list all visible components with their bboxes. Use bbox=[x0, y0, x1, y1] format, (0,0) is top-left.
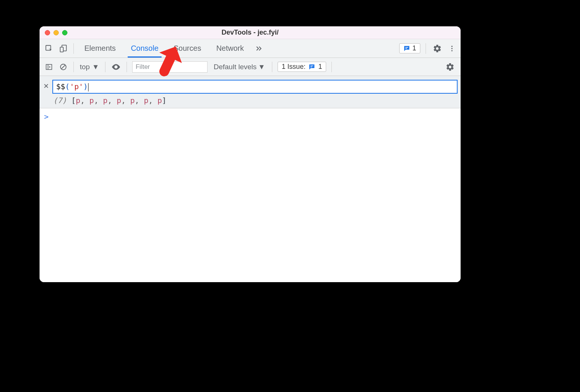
divider bbox=[426, 43, 426, 54]
console-output[interactable]: > bbox=[40, 108, 461, 283]
result-element[interactable]: p bbox=[117, 96, 121, 105]
svg-rect-2 bbox=[60, 47, 63, 52]
svg-rect-8 bbox=[46, 64, 52, 69]
divider bbox=[127, 62, 127, 72]
comma: , bbox=[80, 96, 89, 105]
svg-point-6 bbox=[451, 48, 452, 49]
chevron-down-icon: ▼ bbox=[258, 63, 265, 71]
comma: , bbox=[94, 96, 103, 105]
more-options-button[interactable] bbox=[446, 45, 458, 52]
filter-input[interactable] bbox=[132, 61, 208, 73]
panel-tabs: Elements Console Sources Network bbox=[77, 39, 267, 58]
issues-label: 1 Issue: bbox=[282, 63, 305, 71]
comma: , bbox=[135, 96, 144, 105]
svg-rect-14 bbox=[310, 67, 312, 67]
feedback-icon bbox=[403, 45, 410, 52]
inspect-element-icon[interactable] bbox=[42, 41, 56, 56]
comma: , bbox=[148, 96, 157, 105]
result-element[interactable]: p bbox=[157, 96, 162, 105]
live-expression-row: ✕ $$('p') (7) [p, p, p, p, p, p, p] bbox=[40, 76, 461, 108]
feedback-count: 1 bbox=[412, 44, 416, 52]
text-cursor bbox=[88, 83, 89, 91]
expr-open-paren: ( bbox=[65, 82, 70, 91]
comma: , bbox=[121, 96, 130, 105]
divider bbox=[272, 62, 272, 72]
window-title: DevTools - jec.fyi/ bbox=[40, 29, 461, 36]
feedback-button[interactable]: 1 bbox=[399, 43, 420, 53]
toggle-sidebar-icon[interactable] bbox=[42, 60, 56, 74]
minimize-window-button[interactable] bbox=[53, 30, 59, 35]
result-element[interactable]: p bbox=[89, 96, 94, 105]
result-close-bracket: ] bbox=[162, 96, 166, 105]
svg-line-11 bbox=[61, 65, 65, 69]
tab-console[interactable]: Console bbox=[123, 39, 166, 58]
tab-sources[interactable]: Sources bbox=[166, 39, 209, 58]
chevron-down-icon: ▼ bbox=[92, 63, 99, 71]
console-prompt-caret: > bbox=[44, 112, 49, 121]
tab-network[interactable]: Network bbox=[209, 39, 251, 58]
result-element[interactable]: p bbox=[103, 96, 108, 105]
levels-label: Default levels bbox=[214, 63, 256, 71]
result-element[interactable]: p bbox=[144, 96, 148, 105]
context-selector[interactable]: top ▼ bbox=[77, 63, 102, 71]
svg-point-7 bbox=[451, 50, 452, 51]
svg-point-5 bbox=[451, 46, 452, 47]
live-expression-button[interactable] bbox=[108, 62, 124, 72]
devtools-window: DevTools - jec.fyi/ Elements Console Sou… bbox=[40, 26, 461, 282]
svg-point-12 bbox=[115, 66, 117, 67]
console-settings-button[interactable] bbox=[442, 62, 458, 71]
feedback-icon bbox=[308, 64, 315, 70]
context-label: top bbox=[80, 63, 90, 71]
svg-rect-4 bbox=[405, 48, 407, 49]
zoom-window-button[interactable] bbox=[62, 30, 67, 35]
divider bbox=[331, 62, 332, 72]
result-count: (7) bbox=[53, 96, 67, 105]
divider bbox=[73, 43, 74, 54]
expr-string: 'p' bbox=[70, 82, 83, 91]
more-tabs-button[interactable] bbox=[252, 39, 267, 58]
issues-count: 1 bbox=[318, 63, 322, 71]
titlebar: DevTools - jec.fyi/ bbox=[40, 26, 461, 39]
result-element[interactable]: p bbox=[76, 96, 80, 105]
svg-rect-13 bbox=[310, 65, 313, 66]
device-toggle-icon[interactable] bbox=[56, 41, 70, 56]
divider bbox=[73, 62, 74, 72]
live-expression-result[interactable]: (7) [p, p, p, p, p, p, p] bbox=[52, 96, 458, 105]
console-filterbar: top ▼ Default levels ▼ 1 Issue: 1 bbox=[40, 58, 461, 76]
issues-button[interactable]: 1 Issue: 1 bbox=[278, 62, 326, 72]
tab-elements[interactable]: Elements bbox=[77, 39, 123, 58]
traffic-lights bbox=[40, 30, 67, 35]
main-toolbar: Elements Console Sources Network 1 bbox=[40, 39, 461, 58]
expr-fn: $$ bbox=[56, 82, 65, 91]
result-open-bracket: [ bbox=[71, 96, 76, 105]
comma: , bbox=[108, 96, 117, 105]
remove-expression-button[interactable]: ✕ bbox=[43, 82, 49, 90]
expr-close-paren: ) bbox=[83, 82, 88, 91]
log-levels-selector[interactable]: Default levels ▼ bbox=[210, 63, 269, 71]
clear-console-icon[interactable] bbox=[56, 60, 70, 74]
settings-button[interactable] bbox=[429, 44, 446, 53]
close-window-button[interactable] bbox=[45, 30, 50, 35]
live-expression-input[interactable]: $$('p') bbox=[52, 80, 458, 94]
result-element[interactable]: p bbox=[130, 96, 135, 105]
divider bbox=[105, 62, 105, 72]
svg-rect-3 bbox=[405, 47, 408, 48]
